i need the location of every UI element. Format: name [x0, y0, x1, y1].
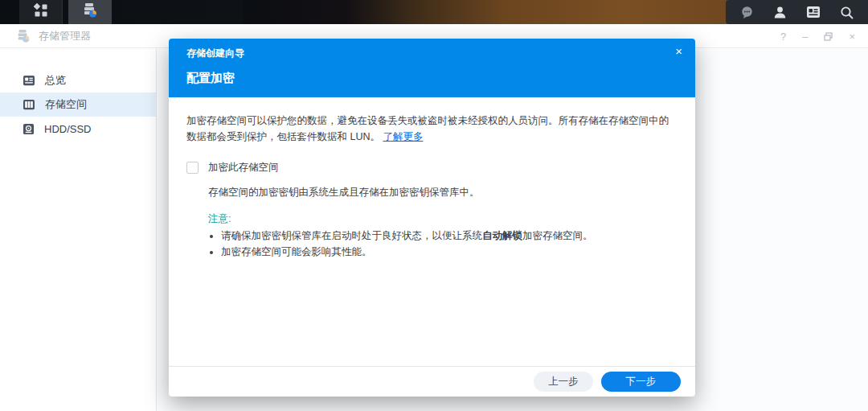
window-title: 存储管理器: [39, 29, 91, 43]
note-item: 加密存储空间可能会影响其性能。: [221, 245, 678, 260]
next-step-button[interactable]: 下一步: [601, 372, 682, 392]
learn-more-link[interactable]: 了解更多: [383, 131, 423, 142]
dialog-footer: 上一步 下一步: [169, 366, 695, 397]
close-icon[interactable]: ×: [675, 44, 682, 58]
note-text: 加密存储空间可能会影响其性能。: [221, 246, 372, 257]
note-label: 注意:: [208, 212, 678, 226]
note-text: 加密存储空间。: [522, 230, 593, 241]
help-button[interactable]: ?: [780, 31, 786, 42]
main-menu-button[interactable]: [19, 0, 63, 24]
chat-icon[interactable]: [735, 0, 759, 24]
sidebar-item-label: HDD/SSD: [44, 123, 92, 135]
previous-step-button[interactable]: 上一步: [534, 372, 593, 392]
sidebar-item-label: 总览: [45, 73, 66, 88]
overview-icon: [23, 75, 35, 86]
storage-manager-icon: [82, 2, 98, 22]
close-window-button[interactable]: ×: [849, 31, 855, 42]
storage-manager-task-button[interactable]: [68, 0, 112, 24]
sidebar: 总览 存储空间 HDD/SSD: [0, 49, 157, 411]
encryption-key-description: 存储空间的加密密钥由系统生成且存储在加密密钥保管库中。: [208, 185, 678, 200]
storage-manager-window-icon: [16, 29, 31, 43]
wizard-title: 存储创建向导: [186, 47, 244, 60]
disk-icon: [23, 123, 35, 135]
note-item: 请确保加密密钥保管库在启动时处于良好状态，以便让系统自动解锁加密存储空间。: [221, 228, 678, 244]
user-icon[interactable]: [768, 0, 792, 24]
system-tray: [726, 0, 868, 24]
storage-creation-wizard-dialog: 存储创建向导 × 配置加密 加密存储空间可以保护您的数据，避免在设备丢失或被盗时…: [169, 39, 695, 397]
widgets-icon[interactable]: [801, 0, 825, 24]
sidebar-item-hdd-ssd[interactable]: HDD/SSD: [0, 117, 156, 141]
dialog-body: 加密存储空间可以保护您的数据，避免在设备丢失或被盗时被未经授权的人员访问。所有存…: [169, 97, 695, 259]
note-text-bold: 自动解锁: [482, 230, 522, 241]
encrypt-volume-checkbox-row[interactable]: 加密此存储空间: [186, 161, 678, 175]
sidebar-item-overview[interactable]: 总览: [0, 68, 156, 92]
note-text: 请确保加密密钥保管库在启动时处于良好状态，以便让系统: [221, 230, 482, 241]
encrypt-volume-checkbox-label: 加密此存储空间: [208, 161, 279, 175]
search-icon[interactable]: [835, 0, 859, 24]
note-list: 请确保加密密钥保管库在启动时处于良好状态，以便让系统自动解锁加密存储空间。 加密…: [208, 228, 678, 260]
minimize-button[interactable]: –: [802, 31, 808, 42]
taskbar: [0, 0, 868, 24]
encryption-intro-text: 加密存储空间可以保护您的数据，避免在设备丢失或被盗时被未经授权的人员访问。所有存…: [186, 113, 678, 145]
dialog-header: 存储创建向导 × 配置加密: [169, 39, 695, 97]
sidebar-item-storage-pool[interactable]: 存储空间: [0, 92, 156, 117]
window-controls: ? – ×: [780, 24, 855, 48]
volume-icon: [23, 99, 35, 110]
restore-button[interactable]: [824, 32, 833, 41]
sidebar-item-label: 存储空间: [45, 97, 87, 112]
encrypt-volume-checkbox[interactable]: [186, 162, 199, 174]
app-launcher-icon: [34, 3, 48, 21]
intro-text: 加密存储空间可以保护您的数据，避免在设备丢失或被盗时被未经授权的人员访问。所有存…: [186, 115, 669, 142]
step-title: 配置加密: [186, 71, 235, 86]
